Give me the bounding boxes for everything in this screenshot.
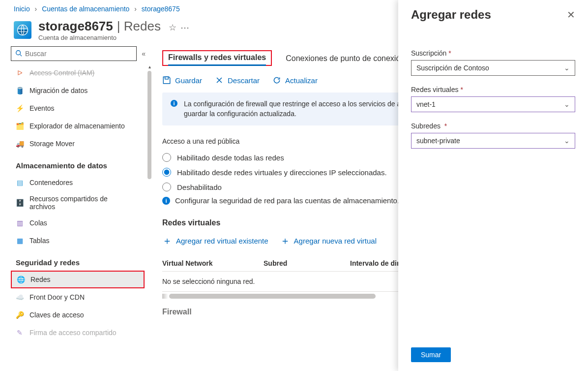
nav-file-shares[interactable]: 🗄️ Recursos compartidos de archivos [11,191,145,214]
vnet-dropdown[interactable]: vnet-1 ⌄ [411,96,575,112]
breadcrumb-accounts[interactable]: Cuentas de almacenamiento [42,5,129,13]
vnet-value: vnet-1 [416,100,436,108]
subscription-dropdown[interactable]: Suscripción de Contoso ⌄ [411,60,575,76]
key-icon: 🔑 [16,311,24,319]
info-icon: i [170,99,178,119]
add-button[interactable]: Sumar [411,347,451,362]
tables-icon: ▦ [16,237,24,245]
info-icon: i [162,197,170,205]
save-button[interactable]: Guardar [162,76,202,85]
nav-front-door[interactable]: ☁️ Front Door y CDN [11,288,145,306]
nav-storage-mover[interactable]: 🚚 Storage Mover [11,135,145,153]
resource-type: Cuenta de almacenamiento [38,34,189,41]
subnet-dropdown[interactable]: subnet-private ⌄ [411,133,575,149]
add-networks-panel: Agregar redes ✕ Suscripción * Suscripció… [398,0,588,371]
nav-containers[interactable]: ▤ Contenedores [11,174,145,191]
nav-networking[interactable]: 🌐 Redes [11,271,145,288]
page-title-section: | Redes [117,19,161,34]
person-icon: ᐅ [16,69,24,77]
storage-account-icon [14,21,31,39]
svg-rect-3 [165,77,169,79]
discard-button[interactable]: Descartar [215,76,260,85]
network-icon: 🌐 [17,276,25,283]
close-icon [215,76,224,85]
breadcrumb-home[interactable]: Inicio [14,5,30,13]
svg-text:i: i [173,100,175,106]
add-new-vnet-button[interactable]: ＋ Agregar nueva red virtual [280,234,377,247]
nav-sas[interactable]: ✎ Firma de acceso compartido [11,324,145,341]
chevron-down-icon: ⌄ [564,100,570,108]
tab-firewalls[interactable]: Firewalls y redes virtuales [168,53,266,66]
containers-icon: ▤ [16,179,24,186]
collapse-sidebar-icon[interactable]: « [142,50,146,58]
nav-queues[interactable]: ▥ Colas [11,214,145,232]
subscription-label: Suscripción * [411,49,575,57]
subnet-value: subnet-private [416,137,460,145]
svg-point-2 [16,50,21,55]
breadcrumb-current[interactable]: storage8675 [142,5,180,13]
close-panel-button[interactable]: ✕ [567,9,575,21]
files-icon: 🗄️ [16,199,24,207]
nav-group-storage: Almacenamiento de datos [11,153,153,174]
mover-icon: 🚚 [16,140,24,148]
col-virtual-network: Virtual Network [162,259,236,267]
sidebar: « ᐅ Access Control (IAM) 🛢️ Migración de… [0,46,153,363]
chevron-down-icon: ⌄ [564,64,570,72]
queues-icon: ▥ [16,219,24,227]
col-subnet: Subred [264,259,323,267]
signature-icon: ✎ [16,329,24,337]
nav-data-migration[interactable]: 🛢️ Migración de datos [11,82,145,99]
nav-access-control[interactable]: ᐅ Access Control (IAM) [11,64,145,82]
refresh-icon [272,76,281,85]
page-title: storage8675 [38,19,113,34]
more-icon[interactable]: ⋯ [180,22,189,33]
subscription-value: Suscripción de Contoso [416,64,489,72]
search-icon [15,50,22,58]
nav-events[interactable]: ⚡ Eventos [11,99,145,117]
nav-group-security: Seguridad y redes [11,249,153,271]
search-input-wrap[interactable] [11,46,137,61]
chevron-down-icon: ⌄ [564,137,570,145]
nav-access-keys[interactable]: 🔑 Claves de acceso [11,306,145,324]
migration-icon: 🛢️ [16,87,24,94]
subnet-label: Subredes * [411,122,575,130]
plus-icon: ＋ [162,234,172,247]
sidebar-scrollbar[interactable]: ▴ [146,64,153,361]
nav-tables[interactable]: ▦ Tablas [11,232,145,249]
favorite-icon[interactable]: ☆ [169,22,176,33]
folder-icon: 🗂️ [16,122,24,130]
refresh-button[interactable]: Actualizar [272,76,318,85]
save-icon [162,76,171,85]
cdn-icon: ☁️ [16,293,24,301]
nav-storage-explorer[interactable]: 🗂️ Explorador de almacenamiento [11,117,145,135]
panel-title: Agregar redes [411,8,491,22]
plus-icon: ＋ [280,234,290,247]
add-existing-vnet-button[interactable]: ＋ Agregar red virtual existente [162,234,268,247]
search-input[interactable] [25,50,132,58]
lightning-icon: ⚡ [16,104,24,112]
vnet-label: Redes virtuales * [411,86,575,93]
